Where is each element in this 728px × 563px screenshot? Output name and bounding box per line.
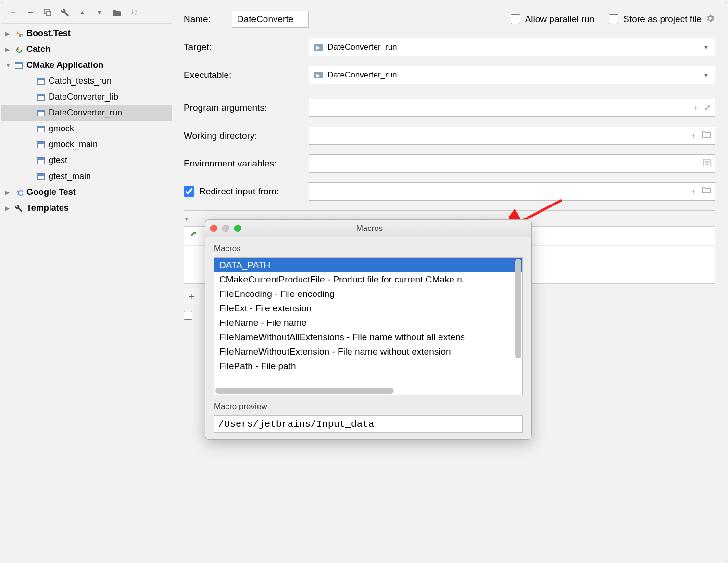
env-vars-input[interactable]: [309, 154, 715, 173]
allow-parallel-checkbox[interactable]: Allow parallel run: [511, 14, 595, 25]
list-item[interactable]: CMakeCurrentProductFile - Product file f…: [214, 272, 522, 287]
program-args-input[interactable]: ＋ ⤢: [309, 99, 715, 117]
tree-item-gtest-main[interactable]: gtest_main: [1, 168, 172, 184]
app-icon: [36, 125, 46, 133]
svg-text:BT: BT: [19, 34, 23, 37]
tree-item-gmock[interactable]: gmock: [1, 121, 172, 137]
copy-button[interactable]: [40, 5, 55, 20]
app-icon: [36, 173, 46, 180]
edit-button[interactable]: [57, 5, 73, 20]
sort-button[interactable]: az: [126, 5, 142, 20]
tree-label: gmock_main: [49, 140, 98, 150]
move-up-button[interactable]: ▲: [75, 5, 90, 20]
list-item[interactable]: FilePath - File path: [214, 359, 522, 373]
tree-item-gtest[interactable]: gtest: [1, 153, 172, 168]
tree-item-templates[interactable]: ▶ Templates: [1, 200, 172, 216]
program-args-label: Program arguments:: [184, 102, 309, 113]
tree-item-google-test[interactable]: ▶ Google Test: [1, 184, 172, 200]
redirect-input[interactable]: ＋: [309, 182, 715, 201]
folder-button[interactable]: +: [109, 5, 125, 20]
svg-text:+: +: [119, 9, 122, 13]
expand-arrow-icon: ▶: [5, 30, 14, 37]
macro-list[interactable]: DATA_PATH CMakeCurrentProductFile - Prod…: [214, 257, 523, 395]
macro-preview: /Users/jetbrains/Input_data: [214, 415, 523, 433]
app-icon: [36, 93, 46, 101]
list-item[interactable]: FileNameWithoutAllExtensions - File name…: [214, 330, 522, 345]
app-icon: [36, 109, 46, 117]
folder-icon[interactable]: [702, 187, 711, 197]
store-project-checkbox[interactable]: Store as project file: [609, 14, 702, 25]
app-icon: [36, 77, 46, 85]
tree-label: Boost.Test: [26, 28, 71, 38]
bottom-checkbox[interactable]: [184, 311, 192, 320]
list-icon[interactable]: [703, 159, 711, 168]
catch-icon: [14, 46, 24, 53]
expand-arrow-icon: ▶: [5, 189, 14, 196]
executable-label: Executable:: [184, 70, 309, 80]
wrench-icon: [14, 205, 24, 212]
expand-arrow-icon: ▶: [5, 205, 14, 212]
executable-combo[interactable]: ▶ DateConverter_run ▼: [309, 66, 715, 84]
store-project-box[interactable]: [609, 14, 618, 24]
tree-label: CMake Application: [26, 60, 103, 70]
svg-text:z: z: [135, 12, 137, 16]
target-label: Target:: [184, 42, 309, 52]
add-button[interactable]: ＋: [5, 5, 21, 20]
list-item[interactable]: FileName - File name: [214, 316, 522, 330]
vertical-scrollbar[interactable]: [515, 259, 521, 387]
move-down-button[interactable]: ▼: [92, 5, 107, 20]
allow-parallel-box[interactable]: [511, 14, 520, 24]
env-vars-label: Environment variables:: [184, 158, 309, 169]
tree-label: gmock: [49, 124, 74, 134]
list-item[interactable]: FileExt - File extension: [214, 301, 522, 316]
toolbar: ＋ − ▲ ▼ + az: [1, 1, 172, 24]
tree-item-catch-tests-run[interactable]: Catch_tests_run: [1, 73, 172, 89]
preview-group-label: Macro preview: [214, 402, 267, 411]
tree-item-cmake-app[interactable]: ▼ CMake Application: [1, 57, 172, 73]
list-item[interactable]: FileEncoding - File encoding: [214, 287, 522, 301]
macros-group-label: Macros: [214, 244, 241, 254]
divider: [272, 407, 523, 407]
list-item[interactable]: DATA_PATH: [214, 258, 522, 272]
config-tree: ▶ BT Boost.Test ▶ Catch ▼ CMake Applicat…: [1, 24, 172, 562]
chevron-down-icon: ▼: [703, 72, 709, 78]
store-project-label: Store as project file: [623, 14, 702, 25]
tree-label: Catch: [26, 44, 50, 54]
folder-icon[interactable]: [702, 131, 711, 141]
app-icon: [36, 141, 46, 149]
dialog-title: Macros: [213, 224, 527, 233]
tree-label: Templates: [26, 203, 69, 213]
tree-item-catch[interactable]: ▶ Catch: [1, 41, 172, 57]
name-label: Name:: [184, 14, 232, 25]
name-input[interactable]: [232, 11, 309, 28]
chevron-down-icon: ▼: [184, 216, 189, 222]
hammer-icon: [189, 230, 198, 242]
tree-item-dateconverter-lib[interactable]: DateConverter_lib: [1, 89, 172, 105]
tree-item-gmock-main[interactable]: gmock_main: [1, 137, 172, 153]
expand-arrow-icon: ▼: [5, 62, 14, 69]
target-combo[interactable]: ▶ DateConverter_run ▼: [309, 38, 715, 56]
gtest-icon: [14, 189, 24, 196]
tree-item-dateconverter-run[interactable]: DateConverter_run: [1, 105, 172, 121]
executable-value: DateConverter_run: [327, 70, 397, 80]
dialog-titlebar[interactable]: Macros: [205, 220, 531, 237]
redirect-checkbox[interactable]: [184, 186, 194, 197]
app-icon: [14, 62, 24, 69]
add-task-button[interactable]: ＋: [184, 288, 200, 304]
plus-icon[interactable]: ＋: [692, 103, 700, 113]
horizontal-scrollbar[interactable]: [215, 388, 513, 394]
expand-icon[interactable]: ⤢: [704, 103, 711, 113]
svg-rect-1: [46, 11, 51, 16]
chevron-down-icon: ▼: [703, 44, 709, 50]
tree-label: Google Test: [26, 187, 76, 197]
gear-icon[interactable]: [705, 13, 715, 26]
working-dir-input[interactable]: ＋: [309, 127, 715, 145]
plus-icon[interactable]: ＋: [690, 187, 697, 197]
tree-item-boost-test[interactable]: ▶ BT Boost.Test: [1, 26, 172, 41]
plus-icon[interactable]: ＋: [690, 131, 697, 141]
list-item[interactable]: FileNameWithoutExtension - File name wit…: [214, 345, 522, 359]
working-dir-label: Working directory:: [184, 130, 309, 141]
tree-label: gtest: [49, 155, 67, 166]
remove-button[interactable]: −: [23, 5, 38, 20]
tree-label: DateConverter_run: [49, 108, 122, 118]
